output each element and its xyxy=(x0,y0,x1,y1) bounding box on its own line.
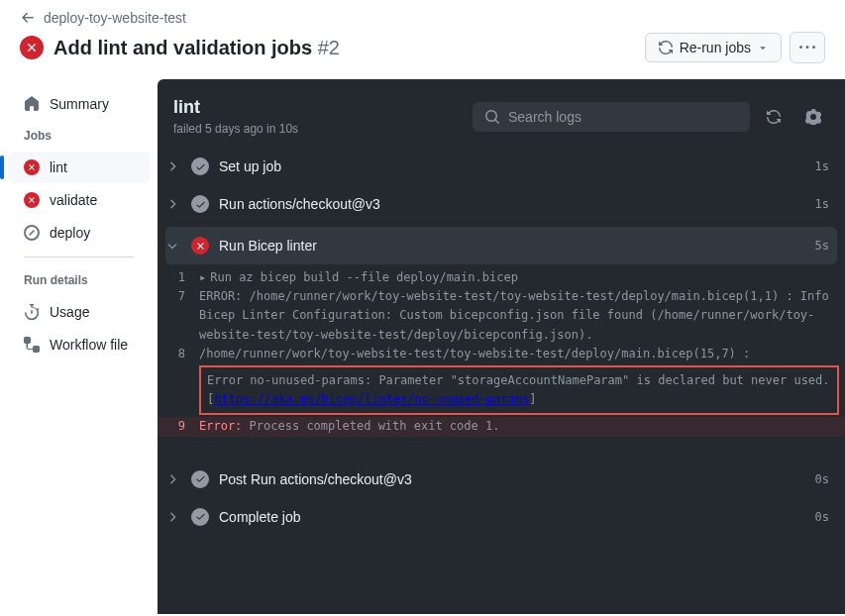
gear-icon xyxy=(805,109,821,125)
sidebar-usage[interactable]: Usage xyxy=(8,296,150,328)
sidebar-item-lint[interactable]: lint xyxy=(8,152,150,183)
line-text: ▸Run az bicep build --file deploy/main.b… xyxy=(199,268,835,287)
breadcrumb-link[interactable]: deploy-toy-website-test xyxy=(44,10,186,26)
rerun-jobs-button[interactable]: Re-run jobs xyxy=(645,33,782,62)
breadcrumb: deploy-toy-website-test xyxy=(20,10,825,26)
caret-down-icon xyxy=(757,42,769,53)
sidebar: Summary Jobs lint validate deploy xyxy=(0,79,158,614)
chevron-down-icon xyxy=(165,239,179,253)
kebab-menu-button[interactable] xyxy=(790,32,825,63)
log-body: 1 ▸Run az bicep build --file deploy/main… xyxy=(158,264,845,443)
search-input[interactable] xyxy=(508,109,738,125)
step-checkout[interactable]: Run actions/checkout@v3 1s xyxy=(158,185,845,223)
sidebar-item-label: validate xyxy=(50,192,97,208)
step-bicep-linter[interactable]: Run Bicep linter 5s xyxy=(165,227,837,264)
chevron-right-icon xyxy=(165,510,179,524)
log-line-error: 9 Error: Process completed with exit cod… xyxy=(158,417,845,436)
sync-icon xyxy=(658,40,674,55)
kebab-icon xyxy=(799,40,815,55)
search-icon xyxy=(484,109,500,125)
jobs-header: Jobs xyxy=(8,121,150,151)
sidebar-item-validate[interactable]: validate xyxy=(8,184,150,216)
sidebar-item-deploy[interactable]: deploy xyxy=(8,217,150,249)
fail-icon xyxy=(24,192,40,208)
chevron-right-icon xyxy=(165,472,179,486)
workflow-icon xyxy=(24,337,40,353)
job-title: lint xyxy=(173,97,298,118)
step-label: Post Run actions/checkout@v3 xyxy=(219,471,805,487)
sidebar-workflow-file[interactable]: Workflow file xyxy=(8,329,150,360)
fail-icon xyxy=(191,237,209,255)
step-time: 5s xyxy=(815,239,829,253)
step-time: 1s xyxy=(815,159,829,173)
refresh-logs-button[interactable] xyxy=(758,101,790,133)
status-fail-icon xyxy=(20,36,44,59)
step-label: Complete job xyxy=(219,509,805,525)
log-line: 1 ▸Run az bicep build --file deploy/main… xyxy=(158,268,845,287)
skip-icon xyxy=(24,225,40,241)
log-line: 7 ERROR: /home/runner/work/toy-website-t… xyxy=(158,287,845,345)
stopwatch-icon xyxy=(24,304,40,320)
step-setup-job[interactable]: Set up job 1s xyxy=(158,148,845,185)
job-subtitle: failed 5 days ago in 10s xyxy=(173,122,298,136)
line-text: Error: Process completed with exit code … xyxy=(199,417,835,436)
svg-line-0 xyxy=(30,231,35,236)
step-post-checkout[interactable]: Post Run actions/checkout@v3 0s xyxy=(158,461,845,498)
sidebar-item-label: deploy xyxy=(50,225,90,241)
line-number: 9 xyxy=(158,417,199,436)
chevron-right-icon xyxy=(165,159,179,173)
step-time: 0s xyxy=(815,472,829,486)
logs-settings-button[interactable] xyxy=(797,101,829,133)
logs-search[interactable] xyxy=(473,102,750,132)
step-time: 1s xyxy=(815,197,829,211)
step-label: Run actions/checkout@v3 xyxy=(219,196,805,212)
home-icon xyxy=(24,96,40,112)
sidebar-summary[interactable]: Summary xyxy=(8,88,150,120)
log-line: 8 /home/runner/work/toy-website-test/toy… xyxy=(158,345,845,363)
error-callout: Error no-unused-params: Parameter "stora… xyxy=(199,365,839,415)
logs-panel: lint failed 5 days ago in 10s Set up xyxy=(158,79,845,614)
step-label: Set up job xyxy=(219,158,805,174)
triangle-right-icon: ▸ xyxy=(199,270,206,284)
step-time: 0s xyxy=(815,510,829,524)
sidebar-item-label: lint xyxy=(50,159,67,175)
line-number: 8 xyxy=(158,345,199,363)
check-icon xyxy=(191,508,209,526)
error-text: Error no-unused-params: Parameter "stora… xyxy=(207,373,830,406)
step-complete-job[interactable]: Complete job 0s xyxy=(158,498,845,536)
run-details-header: Run details xyxy=(8,265,150,295)
check-icon xyxy=(191,195,209,213)
docs-link[interactable]: https://aka.ms/bicep/linter/no-unused-pa… xyxy=(214,392,529,406)
check-icon xyxy=(191,470,209,488)
page-title: Add lint and validation jobs #2 xyxy=(53,37,340,59)
fail-icon xyxy=(24,159,40,175)
step-label: Run Bicep linter xyxy=(219,238,805,254)
run-number: #2 xyxy=(318,37,340,58)
line-number: 7 xyxy=(158,287,199,345)
chevron-right-icon xyxy=(165,197,179,211)
back-arrow-icon[interactable] xyxy=(20,10,36,26)
line-text: ERROR: /home/runner/work/toy-website-tes… xyxy=(199,287,835,345)
line-text: /home/runner/work/toy-website-test/toy-w… xyxy=(199,345,835,363)
line-number: 1 xyxy=(158,268,199,287)
check-icon xyxy=(191,157,209,175)
sync-icon xyxy=(766,109,782,125)
